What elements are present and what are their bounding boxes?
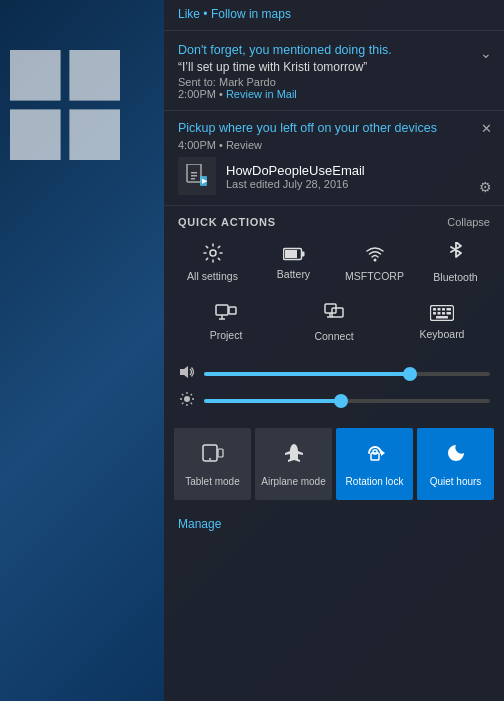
brightness-slider-row <box>178 391 490 410</box>
tablet-mode-icon <box>202 442 224 469</box>
notification-2-action[interactable]: Review <box>226 139 262 151</box>
brightness-track[interactable] <box>204 399 490 403</box>
settings-icon <box>203 243 223 266</box>
quick-item-bluetooth[interactable]: Bluetooth <box>417 234 494 289</box>
brightness-icon <box>178 391 196 410</box>
svg-rect-3 <box>69 109 120 160</box>
notification-2-text: HowDoPeopleUseEmail Last edited July 28,… <box>226 163 365 190</box>
svg-rect-1 <box>69 50 120 101</box>
notification-2-time-val: 4:00PM <box>178 139 216 151</box>
quick-item-battery[interactable]: Battery <box>255 234 332 289</box>
svg-line-41 <box>191 394 192 395</box>
svg-point-10 <box>210 250 216 256</box>
rotation-lock-icon <box>364 442 386 469</box>
svg-rect-2 <box>10 109 61 160</box>
project-icon <box>215 304 237 325</box>
svg-rect-27 <box>447 308 452 311</box>
tile-tablet-mode-label: Tablet mode <box>185 475 239 488</box>
notification-1-time-val: 2:00PM <box>178 88 216 100</box>
battery-icon <box>283 246 305 264</box>
quick-item-battery-label: Battery <box>277 268 310 280</box>
quick-actions-row2: Project Connect <box>164 295 504 358</box>
svg-rect-45 <box>218 449 223 457</box>
top-partial-notification: Like • Follow in maps <box>164 0 504 31</box>
manage-link[interactable]: Manage <box>178 517 221 531</box>
manage-row: Manage <box>164 508 504 540</box>
volume-icon <box>178 364 196 383</box>
wifi-icon <box>365 243 385 266</box>
quick-item-connect[interactable]: Connect <box>282 295 386 348</box>
svg-rect-26 <box>442 308 445 311</box>
svg-rect-15 <box>216 305 228 315</box>
quick-item-msftcorp-label: MSFTCORP <box>345 270 404 282</box>
quick-actions-title: QUICK ACTIONS <box>178 216 276 228</box>
quick-item-all-settings[interactable]: All settings <box>174 234 251 289</box>
quick-actions-row1: All settings Battery MSFTCO <box>164 234 504 295</box>
notification-1-sep: • <box>219 88 226 100</box>
doc-icon: ▶ <box>178 157 216 195</box>
svg-rect-24 <box>433 308 436 311</box>
notification-2-card: ▶ HowDoPeopleUseEmail Last edited July 2… <box>178 157 490 195</box>
slider-section <box>164 358 504 422</box>
svg-rect-30 <box>442 312 445 315</box>
notification-1-time: 2:00PM • Review in Mail <box>178 88 490 100</box>
tile-quiet-hours[interactable]: Quiet hours <box>417 428 494 500</box>
settings-icon-2[interactable]: ⚙ <box>479 179 492 195</box>
action-center-panel: Like • Follow in maps Don't forget, you … <box>164 0 504 701</box>
svg-rect-0 <box>10 50 61 101</box>
svg-rect-32 <box>436 316 448 319</box>
tile-quiet-hours-label: Quiet hours <box>430 475 482 488</box>
svg-rect-6 <box>191 175 197 177</box>
notification-2-time: 4:00PM • Review <box>178 139 490 151</box>
svg-line-40 <box>191 403 192 404</box>
doc-title: HowDoPeopleUseEmail <box>226 163 365 178</box>
top-partial-text: Like • Follow in maps <box>178 7 291 21</box>
svg-rect-28 <box>433 312 436 315</box>
collapse-button[interactable]: Collapse <box>447 216 490 228</box>
tile-airplane-mode[interactable]: Airplane mode <box>255 428 332 500</box>
quick-item-all-settings-label: All settings <box>187 270 238 282</box>
svg-rect-25 <box>438 308 441 311</box>
airplane-mode-icon <box>283 442 305 469</box>
quick-item-bluetooth-label: Bluetooth <box>433 271 477 283</box>
expand-icon-1[interactable]: ⌄ <box>480 45 492 61</box>
keyboard-icon <box>430 305 454 324</box>
svg-marker-46 <box>381 450 385 456</box>
quick-actions-header: QUICK ACTIONS Collapse <box>164 206 504 234</box>
quick-item-project[interactable]: Project <box>174 295 278 348</box>
svg-rect-31 <box>447 312 452 315</box>
svg-rect-13 <box>301 251 304 256</box>
brightness-fill <box>204 399 341 403</box>
quick-item-project-label: Project <box>210 329 243 341</box>
notification-1-action[interactable]: Review in Mail <box>226 88 297 100</box>
svg-point-14 <box>373 259 376 262</box>
volume-track[interactable] <box>204 372 490 376</box>
bottom-tiles: Tablet mode Airplane mode Rotation lock <box>164 422 504 508</box>
quick-item-keyboard[interactable]: Keyboard <box>390 295 494 348</box>
tile-tablet-mode[interactable]: Tablet mode <box>174 428 251 500</box>
volume-thumb <box>403 367 417 381</box>
brightness-thumb <box>334 394 348 408</box>
tile-rotation-lock[interactable]: Rotation lock <box>336 428 413 500</box>
svg-point-34 <box>184 396 190 402</box>
notification-1-meta: Sent to: Mark Pardo <box>178 76 490 88</box>
svg-line-42 <box>182 403 183 404</box>
svg-line-39 <box>182 394 183 395</box>
svg-rect-29 <box>438 312 441 315</box>
notification-2-title: Pickup where you left off on your other … <box>178 121 490 135</box>
bluetooth-icon <box>449 242 463 267</box>
windows-logo <box>10 50 120 160</box>
quiet-hours-icon <box>445 442 467 469</box>
svg-marker-33 <box>180 366 188 378</box>
quick-item-connect-label: Connect <box>314 330 353 342</box>
close-icon-2[interactable]: ✕ <box>481 121 492 136</box>
quick-item-msftcorp[interactable]: MSFTCORP <box>336 234 413 289</box>
volume-slider-row <box>178 364 490 383</box>
notification-1-body: “I’ll set up time with Kristi tomorrow” <box>178 60 490 74</box>
connect-icon <box>324 303 344 326</box>
svg-rect-7 <box>191 178 195 180</box>
notification-1-title: Don't forget, you mentioned doing this. <box>178 43 490 57</box>
svg-rect-5 <box>191 172 197 174</box>
svg-rect-12 <box>285 250 297 258</box>
notification-2: Pickup where you left off on your other … <box>164 111 504 206</box>
